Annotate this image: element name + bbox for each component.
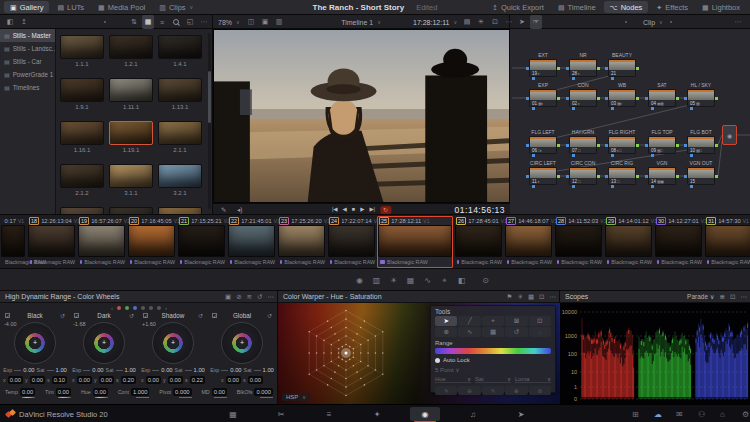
sat-slider[interactable] — [116, 370, 123, 371]
top-tab-quick-export[interactable]: ↥Quick Export — [486, 1, 550, 13]
reset-icon[interactable]: ↺ — [267, 312, 272, 319]
gallery-still-1.2.1[interactable]: 1.2.1 — [109, 35, 153, 67]
coord-value-field[interactable]: 0.20 — [121, 376, 136, 384]
global-value-field[interactable]: 0.00 — [93, 388, 108, 396]
coord-value-field[interactable]: 0.00 — [77, 376, 92, 384]
collaboration-icon[interactable]: ⚇ — [698, 405, 705, 422]
viewer-timecode[interactable]: 17:28:12:11∨ — [413, 15, 457, 29]
grid-icon[interactable]: ▦ — [528, 293, 534, 301]
zone-enable-checkbox[interactable]: ✓ — [5, 313, 10, 318]
sat-slider[interactable] — [254, 370, 261, 371]
hue-range-bar[interactable] — [435, 348, 551, 354]
video-frame[interactable] — [214, 30, 509, 202]
expand-icon[interactable]: ⊡ — [489, 15, 501, 29]
clear-icon[interactable]: ⊘ — [529, 386, 551, 395]
search-icon[interactable] — [170, 15, 182, 29]
grab-still-icon[interactable]: ◧ — [4, 15, 16, 29]
point-mode-select[interactable]: 5 Point ∨ — [435, 366, 551, 373]
zone-enable-checkbox[interactable]: ✓ — [212, 313, 217, 318]
exp-slider[interactable] — [152, 370, 159, 371]
page-cut[interactable]: ✂ — [266, 407, 296, 421]
clip-23[interactable]: 2317:25:26:20V1Blackmagic RAW — [277, 216, 326, 268]
node-vgn[interactable]: VGN14▦▣ — [648, 167, 676, 185]
pen-minus-icon[interactable]: ✎ — [482, 386, 504, 395]
top-tab-lightbox[interactable]: ▦Lightbox — [696, 1, 746, 13]
sat-slider[interactable] — [185, 370, 192, 371]
node-vgn-out[interactable]: VGN OUT15 — [687, 167, 715, 185]
coord-value-field[interactable]: 0.00 — [248, 376, 263, 384]
sat-slider[interactable] — [47, 370, 54, 371]
global-slider[interactable] — [22, 397, 35, 398]
global-slider[interactable] — [179, 397, 192, 398]
page-dot-4[interactable] — [141, 306, 145, 310]
pen-tool-icon[interactable]: ╱ — [458, 316, 480, 326]
gallery-still-1.13.1[interactable]: 1.13.1 — [158, 78, 202, 110]
global-value-field[interactable]: 0.000 — [173, 388, 192, 396]
flag-icon[interactable]: ⚑ — [507, 293, 513, 301]
home-icon[interactable]: ⌂ — [720, 405, 725, 422]
node-nr[interactable]: NR28◐ — [569, 59, 597, 77]
sidebar-item-stills-master[interactable]: ▤Stills - Master — [0, 29, 55, 42]
node-sat[interactable]: SAT04◉▦ — [648, 89, 676, 107]
auto-lock-checkbox[interactable]: Auto Lock — [435, 357, 551, 363]
clip-25[interactable]: 2517:28:12:11V1Blackmagic RAW — [377, 216, 453, 268]
clip-partial[interactable]: 0:17V1Blackmagic RAW — [0, 216, 26, 268]
top-tab-nodes[interactable]: ⌥Nodes — [604, 1, 649, 13]
node-flg-bot[interactable]: FLG BOT10▦□ — [687, 136, 715, 154]
grid-view-icon[interactable]: ▦ — [142, 15, 154, 29]
clip-27[interactable]: 2714:46:18:07V1Blackmagic RAW — [504, 216, 553, 268]
node-circ-con[interactable]: CIRC CON12□ — [569, 167, 597, 185]
expand-icon[interactable]: ⊡ — [730, 293, 735, 301]
top-tab-timeline[interactable]: ▤Timeline — [552, 1, 602, 13]
viewer-color-icon[interactable]: ✳ — [475, 15, 487, 29]
gallery-still-1.11.1[interactable]: 1.11.1 — [109, 78, 153, 110]
color-wheels-icon[interactable]: ◉ — [352, 273, 367, 288]
node-exp[interactable]: EXP01▦◐ — [529, 89, 557, 107]
dots-prev-icon[interactable]: ‹ — [111, 305, 113, 311]
top-tab-media-pool[interactable]: ▦Media Pool — [92, 1, 151, 13]
gallery-still[interactable] — [158, 207, 202, 214]
clip-28[interactable]: 2814:11:52:03V1Blackmagic RAW — [554, 216, 603, 268]
coord-value-field[interactable]: 0.00 — [30, 376, 45, 384]
clip-26[interactable]: 2617:28:45:01V1Blackmagic RAW — [454, 216, 503, 268]
sort-icon[interactable]: ⇅ — [128, 15, 140, 29]
expand-tool-icon[interactable]: ⊡ — [529, 316, 551, 326]
scope-mode-select[interactable]: Parade ∨ — [687, 293, 715, 301]
sidebar-item-stills-landsc-[interactable]: ▤Stills - Landsc... — [0, 42, 55, 55]
primaries-bars-icon[interactable]: ▥ — [369, 273, 384, 288]
expand-icon[interactable]: ⊡ — [539, 293, 544, 301]
node-mode-select[interactable]: Clip∨ — [643, 15, 663, 29]
reset-icon[interactable]: ↺ — [60, 312, 65, 319]
field-hue[interactable]: Hue∨ — [435, 376, 471, 383]
color-wheel-global[interactable]: + — [221, 322, 263, 364]
page-fusion[interactable]: ✦ — [362, 407, 392, 421]
node-hay-grn[interactable]: HAY/GRN07□ — [569, 136, 597, 154]
motion-effects-icon[interactable]: ⊙ — [478, 273, 493, 288]
curve-tool-icon[interactable]: ∿ — [458, 327, 480, 337]
exp-slider[interactable] — [221, 370, 228, 371]
top-tab-luts[interactable]: ▤LUTs — [51, 1, 90, 13]
global-slider[interactable] — [214, 397, 227, 398]
coord-value-field[interactable]: 0.00 — [168, 376, 183, 384]
keyframe-icon[interactable]: ≋ — [247, 293, 252, 301]
zone-enable-checkbox[interactable]: ✓ — [143, 313, 148, 318]
page-color[interactable]: ◉ — [410, 407, 440, 421]
options-icon[interactable]: ⋯ — [268, 293, 275, 301]
power-window-icon[interactable]: ◧ — [454, 273, 469, 288]
pointer-tool-icon[interactable]: ➤ — [516, 15, 528, 29]
sidebar-item-powergrade-1[interactable]: ▤PowerGrade 1 — [0, 68, 55, 81]
global-slider[interactable] — [95, 397, 108, 398]
gallery-still-1.9.1[interactable]: 1.9.1 — [60, 78, 104, 110]
select-tool-icon[interactable]: ⊠ — [505, 316, 527, 326]
node-hl-sky[interactable]: HL / SKY05▦ — [687, 89, 715, 107]
clip-31[interactable]: 3114:57:30V1Blackmagic RAW — [704, 216, 750, 268]
exp-slider[interactable] — [83, 370, 90, 371]
pointer-tool-icon[interactable]: ➤ — [435, 316, 457, 326]
timeline-select[interactable]: Timeline 1∨ — [341, 15, 381, 29]
camera-raw-icon[interactable]: ▤ — [461, 15, 473, 29]
pin-tool-icon[interactable]: ⌖ — [482, 316, 504, 326]
gallery-still[interactable] — [109, 207, 153, 214]
scrollbar-thumb[interactable] — [208, 71, 211, 123]
page-fairlight[interactable]: ♫ — [458, 407, 488, 421]
color-wheel-shadow[interactable]: + — [152, 322, 194, 364]
